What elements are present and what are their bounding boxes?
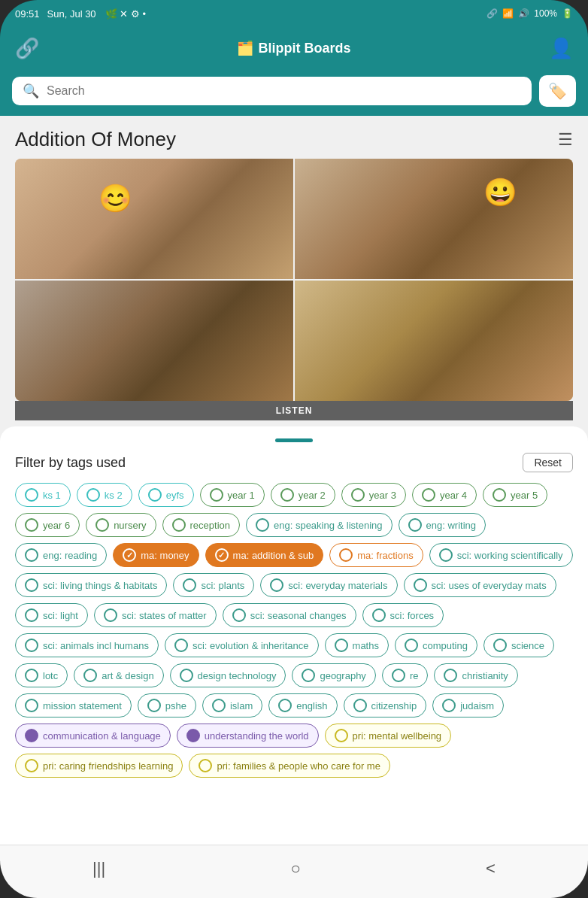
tag-checkbox (215, 548, 229, 562)
search-field-wrapper[interactable]: 🔍 (12, 77, 532, 105)
tag-item[interactable]: understanding the world (177, 724, 319, 748)
tag-label: judaism (460, 700, 494, 711)
tag-item[interactable]: sci: living things & habitats (15, 573, 167, 597)
tag-checkbox (186, 729, 200, 742)
tag-item[interactable]: year 5 (483, 483, 547, 507)
tag-item[interactable]: year 3 (341, 483, 406, 507)
tag-item[interactable]: communication & language (15, 724, 171, 748)
tag-filter-button[interactable]: 🏷️ (539, 75, 576, 107)
tag-item[interactable]: ma: money (113, 543, 199, 567)
tag-item[interactable]: year 1 (200, 483, 265, 507)
tag-item[interactable]: sci: seasonal changes (223, 603, 356, 627)
tag-checkbox (83, 669, 97, 682)
tag-checkbox (148, 488, 162, 502)
tag-item[interactable]: mission statement (15, 693, 132, 717)
tag-item[interactable]: ks 1 (15, 483, 71, 507)
tag-item[interactable]: art & design (74, 663, 163, 687)
tag-item[interactable]: lotc (15, 663, 68, 687)
drag-handle[interactable] (275, 438, 313, 442)
tag-item[interactable]: design technology (170, 663, 286, 687)
tag-label: sci: uses of everyday mats (432, 580, 547, 591)
tag-checkbox (180, 669, 193, 682)
reset-button[interactable]: Reset (523, 453, 573, 472)
image-cell-4[interactable] (295, 281, 573, 401)
nav-back-button[interactable]: < (471, 854, 511, 883)
emoji-face-1: 😊 (99, 183, 132, 214)
listen-bar[interactable]: LISTEN (15, 401, 573, 420)
tag-item[interactable]: judaism (432, 693, 504, 717)
tag-item[interactable]: sci: evolution & inheritance (165, 633, 319, 657)
tag-label: reception (190, 520, 230, 531)
listen-label: LISTEN (276, 405, 313, 416)
tag-item[interactable]: english (268, 693, 337, 717)
tag-item[interactable]: geography (292, 663, 375, 687)
tag-item[interactable]: re (382, 663, 429, 687)
tag-item[interactable]: computing (395, 633, 477, 657)
tag-item[interactable]: pri: caring friendships learning (15, 754, 183, 778)
tag-checkbox (335, 729, 348, 742)
menu-icon[interactable]: ☰ (558, 130, 573, 150)
tag-item[interactable]: sci: working scientifically (429, 543, 573, 567)
tag-label: computing (423, 640, 468, 651)
tag-checkbox (256, 518, 269, 532)
tag-checkbox (280, 488, 294, 502)
tag-label: pri: families & people who care for me (217, 760, 380, 772)
tag-item[interactable]: ma: addition & sub (205, 543, 324, 567)
tag-checkbox (372, 608, 386, 622)
tag-item[interactable]: nursery (86, 513, 156, 537)
tag-checkbox (25, 518, 38, 532)
tag-item[interactable]: ma: fractions (329, 543, 423, 567)
tag-item[interactable]: science (483, 633, 554, 657)
tag-label: sci: animals incl humans (43, 640, 149, 651)
tag-item[interactable]: maths (325, 633, 389, 657)
tag-item[interactable]: islam (202, 693, 262, 717)
tag-item[interactable]: reception (162, 513, 240, 537)
status-icons: 🌿 ✕ ⚙ • (105, 8, 146, 20)
nav-home-button[interactable]: ||| (77, 854, 120, 883)
tag-item[interactable]: sci: uses of everyday mats (404, 573, 556, 597)
tag-item[interactable]: sci: everyday materials (260, 573, 397, 597)
tag-item[interactable]: citizenship (344, 693, 427, 717)
search-input[interactable] (47, 84, 521, 98)
tag-item[interactable]: sci: forces (362, 603, 444, 627)
nav-circle-button[interactable]: ○ (275, 854, 315, 883)
tag-item[interactable]: sci: plants (173, 573, 254, 597)
tag-label: sci: seasonal changes (250, 610, 347, 621)
tag-checkbox (351, 488, 365, 502)
profile-icon[interactable]: 👤 (549, 37, 573, 60)
tag-item[interactable]: sci: states of matter (94, 603, 217, 627)
tag-item[interactable]: pri: families & people who care for me (189, 754, 389, 778)
tag-item[interactable]: pshe (138, 693, 196, 717)
tag-icon: 🏷️ (548, 83, 567, 99)
tag-item[interactable]: eng: reading (15, 543, 107, 567)
tag-item[interactable]: eng: writing (399, 513, 486, 537)
tag-item[interactable]: eyfs (138, 483, 194, 507)
tag-label: islam (230, 700, 253, 711)
tag-item[interactable]: christianity (434, 663, 517, 687)
tag-checkbox (439, 548, 453, 562)
tag-item[interactable]: ks 2 (77, 483, 132, 507)
tag-checkbox (25, 639, 38, 652)
tag-checkbox (172, 518, 186, 532)
tag-item[interactable]: sci: animals incl humans (15, 633, 159, 657)
tag-item[interactable]: year 6 (15, 513, 80, 537)
app-title-emoji: 🗂️ (237, 40, 253, 56)
tag-checkbox (25, 548, 38, 562)
link-icon[interactable]: 🔗 (15, 37, 39, 60)
tag-checkbox (25, 488, 38, 502)
image-cell-2[interactable]: 😀 (295, 159, 573, 279)
battery-icon: 🔋 (562, 8, 573, 19)
tag-label: ma: fractions (357, 550, 413, 561)
emoji-face-2: 😀 (483, 177, 517, 208)
time: 09:51 (15, 8, 40, 20)
image-cell-1[interactable]: 😊 (15, 159, 293, 279)
main-content: Addition Of Money ☰ 😊 😀 (0, 116, 588, 845)
tag-item[interactable]: pri: mental wellbeing (325, 724, 452, 748)
photo-2: 😀 (295, 159, 573, 279)
image-cell-3[interactable] (15, 281, 293, 401)
tag-item[interactable]: eng: speaking & listening (246, 513, 393, 537)
tag-checkbox (183, 578, 196, 592)
tag-item[interactable]: sci: light (15, 603, 88, 627)
tag-item[interactable]: year 4 (412, 483, 477, 507)
tag-item[interactable]: year 2 (271, 483, 335, 507)
